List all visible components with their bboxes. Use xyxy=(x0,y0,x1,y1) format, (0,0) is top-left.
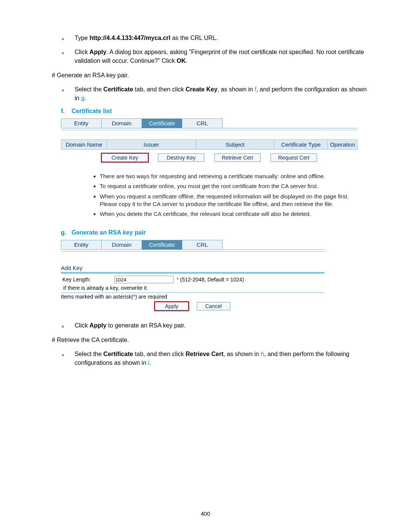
bullet-select-retrieve: Select the Certificate tab, and then cli… xyxy=(62,350,373,367)
figure-f-certificate-list: Entity Domain Certificate CRL Domain Nam… xyxy=(61,118,358,218)
caption-g: g.Generate an RSA key pair xyxy=(61,229,373,236)
text: Select the xyxy=(75,86,104,93)
create-key-button[interactable]: Create Key xyxy=(102,153,148,162)
text: to generate an RSA key pair. xyxy=(107,322,186,329)
text: tab, and then click xyxy=(133,351,186,357)
note-item: When you request a certificate offline, … xyxy=(100,193,358,208)
col-issuer: Issuer xyxy=(107,140,196,150)
text: Apply xyxy=(89,322,106,329)
key-length-label: Key Length: xyxy=(62,276,114,283)
ref-g: g xyxy=(81,95,84,101)
ref-h: h xyxy=(261,351,264,357)
cancel-button[interactable]: Cancel xyxy=(197,302,230,310)
bullet-click-apply: Click Apply to generate an RSA key pair. xyxy=(62,321,373,330)
tab-domain[interactable]: Domain xyxy=(101,118,142,128)
col-certificate-type: Certificate Type xyxy=(274,140,328,150)
note-item: There are two ways for requesting and re… xyxy=(100,173,358,180)
text: . xyxy=(84,95,86,101)
destroy-key-button[interactable]: Destroy Key xyxy=(158,153,204,162)
text: Certificate xyxy=(104,351,133,357)
tab-crl[interactable]: CRL xyxy=(182,240,223,250)
text: , as shown in xyxy=(223,351,261,357)
col-operation: Operation xyxy=(328,140,358,150)
step-generate-rsa: # Generate an RSA key pair. xyxy=(52,71,373,80)
add-key-buttons: Apply Cancel xyxy=(61,302,324,310)
tab-entity[interactable]: Entity xyxy=(61,118,102,128)
key-length-input[interactable] xyxy=(114,276,174,283)
retrieve-cert-button[interactable]: Retrieve Cert xyxy=(214,153,261,162)
text: tab, and then click xyxy=(133,86,186,93)
certificate-notes: There are two ways for requesting and re… xyxy=(77,173,358,218)
text: Click xyxy=(75,49,89,55)
tab-spacer xyxy=(222,240,324,250)
apply-button[interactable]: Apply xyxy=(155,302,188,310)
bullet-list-top: Type http://4.4.4.133:447/myca.crl as th… xyxy=(38,34,373,66)
text: , as shown in xyxy=(217,86,255,93)
caption-title: Certificate list xyxy=(72,108,112,114)
text: Retrieve Cert xyxy=(186,351,224,357)
overwrite-note: If there is already a key, overwrite it. xyxy=(61,285,324,293)
note-item: To request a certificate online, you mus… xyxy=(100,182,358,190)
text: Select the xyxy=(75,351,104,357)
bullet-list-apply: Click Apply to generate an RSA key pair. xyxy=(38,321,373,330)
tab-spacer xyxy=(222,118,358,128)
required-note: Items marked with an asterisk(*) are req… xyxy=(61,294,324,300)
caption-title: Generate an RSA key pair xyxy=(72,229,146,236)
text: Click xyxy=(75,322,89,329)
certificate-table: Domain Name Issuer Subject Certificate T… xyxy=(61,139,358,150)
step-retrieve-ca: # Retrieve the CA certificate. xyxy=(52,335,373,344)
tab-certificate[interactable]: Certificate xyxy=(142,118,182,128)
add-key-heading: Add Key xyxy=(61,265,324,271)
tab-domain[interactable]: Domain xyxy=(101,240,142,250)
text: . A dialog box appears, asking "Fingerpr… xyxy=(75,49,364,64)
caption-letter: g. xyxy=(61,229,72,236)
key-length-row: Key Length: * (512-2048, Default = 1024) xyxy=(61,273,324,285)
page-number: 400 xyxy=(0,510,411,517)
col-domain-name: Domain Name xyxy=(61,140,107,150)
text: as the CRL URL. xyxy=(170,35,218,41)
tab-crl[interactable]: CRL xyxy=(182,118,223,128)
text: Create Key xyxy=(186,86,218,93)
text: Type xyxy=(75,35,89,41)
certificate-buttons: Create Key Destroy Key Retrieve Cert Req… xyxy=(61,153,358,162)
key-length-hint: * (512-2048, Default = 1024) xyxy=(177,276,244,283)
bullet-crl-url: Type http://4.4.4.133:447/myca.crl as th… xyxy=(62,34,373,42)
caption-letter: f. xyxy=(61,108,72,115)
bullet-list-select-cert: Select the Certificate tab, and then cli… xyxy=(38,85,373,102)
tab-entity[interactable]: Entity xyxy=(61,240,102,250)
request-cert-button[interactable]: Request Cert xyxy=(271,153,317,162)
tab-bar-f: Entity Domain Certificate CRL xyxy=(61,118,358,128)
text: Certificate xyxy=(104,86,133,93)
tab-bar-g: Entity Domain Certificate CRL xyxy=(61,240,324,250)
bullet-select-certificate: Select the Certificate tab, and then cli… xyxy=(62,85,373,102)
note-item: When you delete the CA certificate, the … xyxy=(100,210,358,218)
col-subject: Subject xyxy=(196,140,274,150)
crl-url-value: http://4.4.4.133:447/myca.crl xyxy=(89,35,170,41)
bullet-list-retrieve: Select the Certificate tab, and then cli… xyxy=(38,350,373,367)
caption-f: f.Certificate list xyxy=(61,108,373,115)
bullet-click-apply-ok: Click Apply. A dialog box appears, askin… xyxy=(62,48,373,65)
text: . xyxy=(150,359,151,366)
text: . xyxy=(186,58,187,64)
figure-g-generate-rsa: Entity Domain Certificate CRL Add Key Ke… xyxy=(61,240,324,310)
tab-certificate[interactable]: Certificate xyxy=(142,240,182,250)
apply-label: Apply xyxy=(89,49,106,55)
ok-label: OK xyxy=(177,58,186,64)
